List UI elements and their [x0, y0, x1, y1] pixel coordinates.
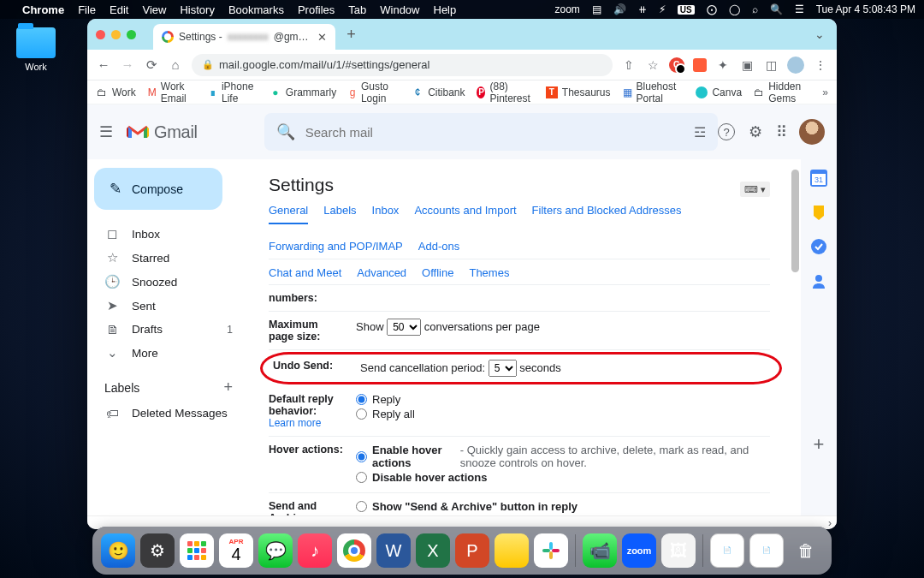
cast-icon[interactable]: ▣	[739, 57, 755, 73]
slack-icon[interactable]	[534, 533, 568, 568]
battery-icon[interactable]: ⚡︎	[659, 3, 666, 15]
compose-button[interactable]: ✎ Compose	[94, 168, 222, 210]
menu-view[interactable]: View	[142, 3, 166, 16]
clock[interactable]: Tue Apr 4 5:08:43 PM	[816, 3, 915, 15]
undo-period-select[interactable]: 5	[489, 360, 517, 377]
excel-icon[interactable]: X	[416, 533, 450, 568]
zoom-window-button[interactable]	[127, 30, 136, 39]
search-input[interactable]	[305, 125, 684, 140]
learn-more-link[interactable]: Learn more	[269, 417, 321, 429]
word-icon[interactable]: W	[376, 533, 411, 568]
volume-icon[interactable]: 🔊	[613, 3, 626, 15]
zoom-app-icon[interactable]: zoom	[622, 533, 656, 568]
bookmark-citibank[interactable]: ¢Citibank	[412, 86, 465, 98]
search-options-icon[interactable]: ☲	[694, 124, 706, 140]
tabs-dropdown-icon[interactable]: ⌄	[811, 24, 828, 45]
contacts-icon[interactable]	[810, 272, 827, 289]
tab-addons[interactable]: Add-ons	[418, 240, 459, 259]
messages-icon[interactable]: 💬	[258, 533, 293, 568]
scrollbar-thumb[interactable]	[791, 170, 799, 272]
tab-general[interactable]: General	[269, 204, 308, 224]
share-icon[interactable]: ⇧	[621, 57, 637, 73]
radio-reply-all[interactable]	[356, 408, 367, 420]
tab-labels[interactable]: Labels	[323, 204, 356, 224]
wifi-icon[interactable]: ⨀	[707, 3, 717, 15]
finder-icon[interactable]: 🙂	[101, 533, 135, 568]
sidebar-item-inbox[interactable]: ◻Inbox	[94, 222, 243, 246]
extension-icon[interactable]	[693, 58, 707, 72]
control-center-icon[interactable]: ☰	[795, 3, 804, 15]
bookmark-hidden-gems[interactable]: 🗀Hidden Gems	[754, 80, 810, 104]
menu-file[interactable]: File	[78, 3, 96, 16]
menulet-icon[interactable]: ▤	[592, 3, 601, 15]
spotlight-icon[interactable]: ⌕	[752, 3, 758, 15]
input-source-icon[interactable]: US	[678, 5, 695, 15]
chrome-app-icon[interactable]	[337, 533, 371, 568]
radio-disable-hover[interactable]	[356, 472, 367, 483]
home-button[interactable]: ⌂	[168, 57, 183, 72]
sidebar-item-snoozed[interactable]: 🕒Snoozed	[94, 270, 243, 294]
menu-help[interactable]: Help	[434, 3, 457, 16]
add-sidepanel-icon[interactable]: +	[814, 433, 825, 456]
tab-advanced[interactable]: Advanced	[357, 266, 406, 279]
account-avatar[interactable]	[799, 119, 825, 145]
bookmark-pinterest[interactable]: P(88) Pinterest	[477, 80, 533, 104]
zoom-menulet[interactable]: zoom	[554, 3, 579, 15]
calendar-app-icon[interactable]: APR4	[219, 533, 253, 568]
tab-close-icon[interactable]: ✕	[317, 31, 327, 44]
preview-icon[interactable]: 🖼	[661, 533, 696, 568]
main-menu-icon[interactable]: ☰	[99, 122, 116, 141]
tab-offline[interactable]: Offline	[422, 266, 453, 279]
tab-inbox[interactable]: Inbox	[372, 204, 400, 224]
add-label-icon[interactable]: +	[223, 378, 233, 396]
system-settings-icon[interactable]: ⚙	[140, 533, 175, 568]
tab-themes[interactable]: Themes	[469, 266, 509, 279]
bluetooth-icon[interactable]: ⧺	[638, 3, 647, 15]
google-apps-icon[interactable]: ⠿	[776, 122, 785, 141]
menu-history[interactable]: History	[180, 3, 214, 16]
dock-document-icon[interactable]: 📄	[710, 533, 744, 568]
bookmark-thesaurus[interactable]: TThesaurus	[546, 86, 611, 98]
close-window-button[interactable]	[96, 30, 105, 39]
minimize-window-button[interactable]	[111, 30, 121, 39]
url-input[interactable]: 🔒 mail.google.com/mail/u/1/#settings/gen…	[192, 54, 613, 76]
radio-reply[interactable]	[356, 394, 367, 405]
bookmark-bluehost[interactable]: ▦Bluehost Portal	[623, 80, 684, 104]
chevron-right-icon[interactable]: ›	[828, 517, 832, 529]
search-bar[interactable]: 🔍 ☲	[264, 113, 718, 151]
tab-accounts[interactable]: Accounts and Import	[414, 204, 516, 224]
active-app-name[interactable]: Chrome	[22, 3, 64, 16]
trash-icon[interactable]: 🗑	[789, 533, 823, 568]
sidebar-item-drafts[interactable]: 🗎Drafts1	[94, 318, 243, 341]
input-tools-button[interactable]: ⌨ ▾	[740, 182, 770, 197]
profile-avatar-icon[interactable]	[787, 57, 804, 74]
bookmark-work[interactable]: 🗀Work	[96, 86, 136, 98]
overflow-menu-icon[interactable]: ⋮	[813, 57, 828, 73]
bookmark-iphone-life[interactable]: ∎iPhone Life	[209, 80, 258, 104]
sidebar-label-deleted[interactable]: 🏷Deleted Messages	[94, 402, 243, 425]
radio-enable-hover[interactable]	[356, 451, 367, 462]
menu-profiles[interactable]: Profiles	[298, 3, 335, 16]
radio-show-send-archive[interactable]	[356, 501, 367, 512]
new-tab-button[interactable]: +	[341, 23, 363, 45]
extensions-puzzle-icon[interactable]: ✦	[715, 57, 731, 73]
desktop-folder-work[interactable]: Work	[10, 27, 62, 72]
dock-document-icon[interactable]: 📄	[749, 533, 784, 568]
sidebar-item-more[interactable]: ⌄More	[94, 341, 243, 365]
browser-tab-active[interactable]: Settings - xxxxxxxx @gm… ✕	[153, 24, 335, 50]
music-icon[interactable]: ♪	[298, 533, 332, 568]
bookmark-work-email[interactable]: MWork Email	[148, 80, 197, 104]
keep-icon[interactable]	[810, 204, 827, 221]
sidebar-item-starred[interactable]: ☆Starred	[94, 246, 243, 270]
page-size-select[interactable]: 50	[387, 319, 421, 336]
sidepanel-icon[interactable]: ◫	[763, 57, 779, 73]
menu-edit[interactable]: Edit	[110, 3, 128, 16]
vertical-scrollbar[interactable]	[789, 163, 801, 515]
user-icon[interactable]: ◯	[729, 3, 740, 15]
bookmark-gusto[interactable]: gGusto Login	[348, 80, 400, 104]
support-icon[interactable]: ?	[718, 123, 735, 140]
gmail-logo[interactable]: Gmail	[127, 122, 198, 142]
tab-forwarding[interactable]: Forwarding and POP/IMAP	[269, 240, 403, 259]
menu-window[interactable]: Window	[380, 3, 419, 16]
reload-button[interactable]: ⟳	[144, 57, 159, 73]
